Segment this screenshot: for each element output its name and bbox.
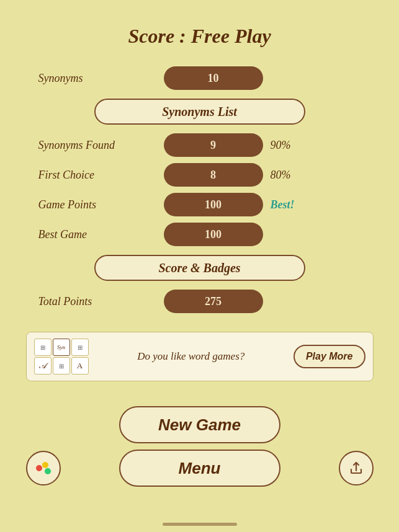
first-choice-pct: 80% <box>271 169 308 182</box>
svg-point-1 <box>42 462 48 468</box>
game-points-value: 100 <box>164 193 263 216</box>
ad-icon-3: ⊞ <box>71 339 89 356</box>
game-center-icon <box>34 459 53 477</box>
total-points-value: 275 <box>164 290 263 313</box>
ad-icon-4: 𝒜 <box>34 357 52 375</box>
game-points-row: Game Points 100 Best! <box>38 193 361 216</box>
share-button[interactable] <box>339 451 374 485</box>
ad-text: Do you like word games? <box>96 350 286 363</box>
first-choice-row: First Choice 8 80% <box>38 163 361 187</box>
menu-button[interactable]: Menu <box>119 450 280 487</box>
synonyms-found-value: 9 <box>164 133 263 157</box>
synonyms-found-label: Synonyms Found <box>38 139 156 152</box>
ad-icon-6: A <box>71 357 89 375</box>
best-game-value: 100 <box>164 223 263 246</box>
total-points-label: Total Points <box>38 295 156 308</box>
synonyms-value: 10 <box>164 66 263 90</box>
ad-icon-5: ⊞ <box>53 357 70 375</box>
main-buttons: New Game <box>119 406 280 443</box>
synonyms-list-button[interactable]: Synonyms List <box>94 99 305 125</box>
share-icon <box>349 461 364 476</box>
game-points-best: Best! <box>271 198 308 211</box>
page-title: Score : Free Play <box>128 25 271 48</box>
svg-point-2 <box>45 468 51 474</box>
new-game-button[interactable]: New Game <box>119 406 280 443</box>
svg-point-0 <box>36 465 42 471</box>
synonyms-row: Synonyms 10 <box>38 66 361 90</box>
ad-icons: ⊞ Syn ⊞ 𝒜 ⊞ A <box>34 339 89 375</box>
synonyms-found-pct: 90% <box>271 139 308 152</box>
synonyms-found-row: Synonyms Found 9 90% <box>38 133 361 157</box>
game-points-label: Game Points <box>38 198 156 211</box>
synonyms-label: Synonyms <box>38 72 156 85</box>
first-choice-label: First Choice <box>38 169 156 182</box>
play-more-button[interactable]: Play More <box>294 345 365 368</box>
score-badges-button[interactable]: Score & Badges <box>94 255 305 281</box>
ad-icon-1: ⊞ <box>34 339 52 356</box>
total-points-row: Total Points 275 <box>38 290 361 313</box>
best-game-label: Best Game <box>38 228 156 241</box>
game-center-button[interactable] <box>26 451 61 485</box>
first-choice-value: 8 <box>164 163 263 187</box>
bottom-row: Menu <box>26 450 374 487</box>
ad-banner: ⊞ Syn ⊞ 𝒜 ⊞ A Do you like word games? Pl… <box>26 332 374 381</box>
home-indicator <box>163 523 237 526</box>
ad-icon-2: Syn <box>53 339 70 356</box>
best-game-row: Best Game 100 <box>38 223 361 246</box>
score-section: Synonyms 10 Synonyms List Synonyms Found… <box>38 66 361 313</box>
